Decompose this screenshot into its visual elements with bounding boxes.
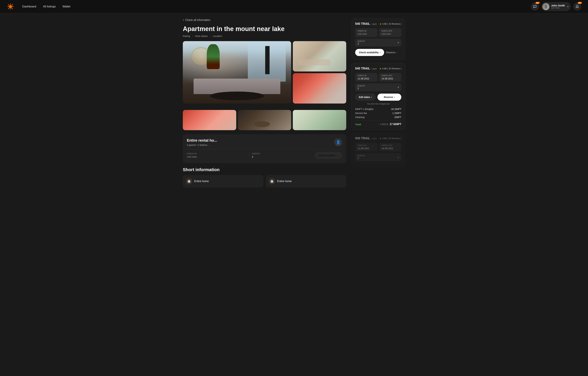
side-photo-2[interactable] [293, 73, 346, 104]
edit-btn-label: Edit dates [359, 96, 370, 98]
logo[interactable] [7, 3, 14, 10]
thumb-1[interactable] [183, 110, 236, 130]
host-avatar: 👤 [334, 138, 342, 146]
guests-count: 4 guests [187, 144, 196, 146]
card2-date-row: CHECK-IN 11.08.2021 CHECK-OUT 14.08.2021 [355, 73, 401, 82]
cost-breakdown: 540PT x 30nights 16 200PT Service fee 1 … [355, 108, 401, 118]
card2-rating: ★ 4,98 (32 Reviews) [379, 67, 401, 70]
star-icon-1: ★ [379, 22, 382, 25]
chat-button[interactable]: 99+ [531, 2, 539, 11]
nav-wallet[interactable]: Wallet [63, 5, 70, 8]
cost-divider [355, 120, 401, 121]
card2-action-row: Edit dates › Reserve › [355, 94, 401, 101]
short-info-label-2: Entire home [277, 180, 292, 183]
card3-checkin-label: CHECK-IN [357, 144, 375, 146]
card3-checkin-box[interactable]: CHECK-IN 11.08.2021 [355, 143, 378, 151]
bedrooms-count: 2 bedroo... [198, 144, 209, 146]
breadcrumb-label: Check all information [185, 19, 210, 21]
guests-value-inline: 1 [252, 155, 313, 158]
cost-value-1: 16 200PT [391, 108, 401, 110]
right-column: 540 TRAIL / night ★ 4,98 (32 Reviews) CH… [351, 18, 405, 187]
reserve-ghost-button-1[interactable]: Reserve › [386, 51, 397, 54]
card2-guests-label: GUESTS [357, 85, 365, 87]
card1-checkout-label: CHECK-OUT [381, 30, 399, 32]
nav-all-listings[interactable]: All listings [43, 5, 56, 8]
user-trail: 400 TRAIL [551, 7, 565, 9]
card1-rating: ★ 4,98 (32 Reviews) [379, 22, 401, 25]
card2-rating-value: 4,98 [382, 67, 387, 70]
nav-dashboard[interactable]: Dashboard [22, 5, 36, 8]
home-icon-1: 🏠 [186, 178, 192, 184]
card2-checkin-box[interactable]: CHECK-IN 11.08.2021 [355, 73, 378, 82]
reserve-filled-button[interactable]: Reserve › [378, 94, 401, 101]
left-column: ‹ Check all information Apartment in the… [183, 18, 346, 187]
check-btn-label-1: Check availability [359, 51, 379, 54]
card3-checkout-box[interactable]: CHECK-OUT 14.08.2021 [379, 143, 401, 151]
breadcrumb[interactable]: ‹ Check all information [183, 18, 346, 22]
booking-card-2: 540 TRAIL / night ★ 4,98 (32 Reviews) CH… [351, 63, 405, 130]
card3-guests-value: 1 [357, 157, 365, 159]
checkin-value-inline: Add date [187, 155, 248, 158]
cost-row-2: Service fee 1 200PT [355, 112, 401, 115]
home-icon-2: 🏠 [269, 178, 275, 184]
card2-guests-value: 1 [357, 87, 365, 89]
card2-price: 540 TRAIL [355, 67, 370, 70]
rental-booking-preview: CHECK-IN Add date GUESTS 1 Check availab… [187, 152, 342, 159]
card2-checkout-box[interactable]: CHECK-OUT 14.08.2021 [379, 73, 401, 82]
guests-label-inline: GUESTS [252, 153, 313, 155]
nav-right: 99+ 👤 John Smith 400 TRAIL ▾ 99+ [531, 2, 581, 11]
no-charge-note: You won't be charged yet [355, 103, 401, 105]
main-photo[interactable] [183, 41, 291, 104]
card2-header: 540 TRAIL / night ★ 4,98 (32 Reviews) [355, 67, 401, 70]
card2-guests-box[interactable]: GUESTS 1 ▾ [355, 83, 401, 91]
card3-guests-label: GUESTS [357, 155, 365, 157]
total-label: Total [355, 123, 361, 126]
guests-chevron-icon-2: ▾ [398, 86, 399, 89]
back-icon: ‹ [183, 18, 184, 22]
short-info-title: Short information [183, 167, 346, 172]
total-approx: ~ 3 455 $ [378, 123, 388, 126]
check-arrow-icon: › [338, 154, 338, 157]
side-photos [293, 41, 346, 104]
listing-title: Apartment in the mount near lake [183, 25, 346, 33]
edit-dates-button[interactable]: Edit dates › [355, 94, 376, 101]
check-availability-inline-button[interactable]: Check availabi... › [315, 152, 342, 159]
photo-grid [183, 41, 346, 105]
cost-label-1: 540PT x 30nights [355, 108, 374, 110]
card1-checkin-box[interactable]: CHECK-IN Add date [355, 28, 378, 37]
card1-checkout-box[interactable]: CHECK-OUT Add date [379, 28, 401, 37]
nav-links: Dashboard All listings Wallet [22, 5, 531, 8]
card3-guests-box[interactable]: GUESTS 1 ▴ [355, 153, 401, 161]
cost-label-3: Cleaning [355, 116, 364, 118]
side-photo-1[interactable] [293, 41, 346, 72]
notification-button[interactable]: 99+ [573, 2, 581, 11]
user-chevron-icon: ▾ [567, 5, 568, 8]
short-info-card-1: 🏠 Entire home [183, 175, 263, 187]
short-info-section: Short information 🏠 Entire home 🏠 Entire… [183, 167, 346, 187]
total-row: Total ~ 3 455 $ 17 600PT [355, 123, 401, 126]
location-label: Location [213, 34, 222, 37]
card3-date-row: CHECK-IN 11.08.2021 CHECK-OUT 14.08.2021 [355, 143, 401, 151]
avatar: 👤 [542, 3, 549, 10]
short-info-label-1: Entire home [194, 180, 209, 183]
star-icon-3: ★ [379, 137, 382, 140]
card3-header: 540 TRAIL / night ★ 4,98 (32 Reviews) [355, 137, 401, 140]
total-trail: 17 600PT [390, 123, 401, 126]
card3-price-suffix: / night [371, 137, 377, 140]
cost-value-2: 1 200PT [392, 112, 401, 115]
card1-rating-value: 4,98 [382, 22, 387, 25]
host-status-label: Host status [195, 34, 208, 37]
check-availability-button-1[interactable]: Check availability › [355, 49, 384, 56]
card1-guests-box[interactable]: GUESTS 1 ▾ [355, 39, 401, 46]
card2-checkin-value: 11.08.2021 [357, 77, 375, 80]
card1-date-row: CHECK-IN Add date CHECK-OUT Add date [355, 28, 401, 37]
user-menu[interactable]: 👤 John Smith 400 TRAIL ▾ [541, 2, 571, 11]
guests-chevron-icon-1: ▾ [398, 41, 399, 44]
notification-badge: 99+ [578, 2, 582, 4]
page-content: ‹ Check all information Apartment in the… [176, 13, 412, 193]
rating-label: Rating [183, 34, 190, 37]
thumb-3[interactable] [293, 110, 346, 130]
entire-rental-section: Entire rental ho... 4 guests • 2 bedroo.… [183, 134, 346, 163]
thumb-2[interactable] [238, 110, 291, 130]
card1-guests-label: GUESTS [357, 40, 365, 42]
